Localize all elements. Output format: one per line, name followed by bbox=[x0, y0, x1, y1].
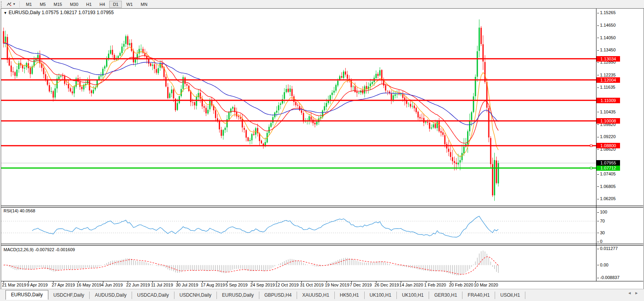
timeframe-button-h1[interactable]: H1 bbox=[83, 1, 95, 8]
price-chart-plot[interactable] bbox=[1, 9, 596, 206]
candle-body bbox=[352, 86, 354, 87]
date-label: 31 Oct 2019 bbox=[300, 283, 323, 287]
candle-body bbox=[121, 47, 123, 53]
candle-body bbox=[131, 43, 132, 51]
candle-body bbox=[154, 64, 155, 69]
tab-audusd-daily[interactable]: AUDUSD,Daily bbox=[90, 292, 132, 299]
candle-body bbox=[330, 95, 331, 100]
candle-body bbox=[207, 110, 209, 113]
macd-axis[interactable]: 0.0112770.00-0.008837 bbox=[596, 246, 643, 281]
candle-body bbox=[49, 85, 50, 91]
candle-body bbox=[452, 157, 453, 161]
tick-mark bbox=[597, 233, 599, 233]
toolbar-separator bbox=[19, 1, 20, 7]
date-axis[interactable]: 21 Mar 20199 Apr 201927 Apr 201916 May 2… bbox=[1, 281, 643, 288]
line-drag-handle[interactable] bbox=[590, 167, 592, 169]
date-label: 20 Feb 2020 bbox=[449, 283, 473, 287]
support-line[interactable] bbox=[1, 168, 596, 169]
tab-uk100-h1[interactable]: UK100,H1 bbox=[365, 292, 397, 299]
candle-body bbox=[437, 122, 438, 128]
candle-body bbox=[209, 100, 210, 109]
timeframe-button-h4[interactable]: H4 bbox=[96, 1, 108, 8]
resistance-line[interactable] bbox=[1, 79, 596, 80]
candle-body bbox=[135, 60, 136, 63]
chart-tab-bar: EURUSD,DailyUSDCHF,DailyAUDUSD,DailyUSDC… bbox=[0, 289, 644, 300]
symbol-dropdown-icon[interactable]: ▼ bbox=[4, 11, 7, 15]
timeframe-button-mn[interactable]: MN bbox=[137, 1, 151, 8]
tab-eurusd-daily[interactable]: EURUSD,Daily bbox=[217, 292, 259, 299]
tab-gbpusd-h4[interactable]: GBPUSD,H4 bbox=[259, 292, 297, 299]
candle-body bbox=[427, 122, 428, 123]
candle-body bbox=[410, 104, 411, 107]
tab-eurusd-daily[interactable]: EURUSD,Daily bbox=[6, 290, 48, 300]
cursor-glyph bbox=[6, 2, 12, 7]
crosshair-cursor-icon[interactable]: ▼ bbox=[5, 1, 17, 7]
line-drag-handle[interactable] bbox=[590, 145, 592, 147]
price-axis-tick: 1.06805 bbox=[597, 184, 616, 189]
date-label: 14 Jan 2020 bbox=[399, 283, 423, 287]
candle-body bbox=[326, 103, 327, 107]
candle-body bbox=[488, 108, 489, 138]
tick-mark bbox=[597, 137, 599, 137]
candle-body bbox=[72, 91, 73, 93]
candle-body bbox=[314, 123, 316, 124]
tab-usdcad-daily[interactable]: USDCAD,Daily bbox=[132, 292, 174, 299]
candle-body bbox=[152, 65, 153, 66]
resistance-line[interactable] bbox=[1, 145, 596, 146]
candle-body bbox=[68, 84, 69, 88]
tab-scroll-arrows[interactable]: ◄► bbox=[627, 291, 642, 295]
candle-body bbox=[419, 117, 420, 119]
candle-body bbox=[104, 66, 105, 69]
toolbar-grip[interactable] bbox=[1, 1, 4, 7]
tick-mark bbox=[597, 249, 599, 249]
candle-body bbox=[186, 84, 187, 86]
candle-body bbox=[119, 53, 121, 56]
candle-body bbox=[112, 50, 113, 55]
candle-body bbox=[240, 117, 241, 119]
candle-body bbox=[22, 65, 23, 68]
timeframe-button-m5[interactable]: M5 bbox=[36, 1, 49, 8]
candle-body bbox=[396, 94, 398, 95]
resistance-line[interactable] bbox=[1, 100, 596, 101]
tab-usoil-h1[interactable]: USOil,H1 bbox=[495, 292, 525, 299]
candle-body bbox=[469, 120, 470, 131]
timeframe-button-w1[interactable]: W1 bbox=[123, 1, 136, 8]
rsi-axis[interactable]: 10070300 bbox=[596, 208, 643, 244]
tab-scroll-left-icon[interactable]: ◄ bbox=[627, 291, 635, 295]
candle-body bbox=[494, 160, 495, 195]
timeframe-buttons: M1M5M15M30H1H4D1W1MN bbox=[22, 1, 151, 8]
line-price-label: 1.08800 bbox=[596, 143, 620, 148]
tab-hk50-h1[interactable]: HK50,H1 bbox=[335, 292, 365, 299]
timeframe-button-m1[interactable]: M1 bbox=[22, 1, 35, 8]
price-axis[interactable]: 1.152651.146501.140501.134501.128501.122… bbox=[596, 9, 643, 206]
timeframe-button-m15[interactable]: M15 bbox=[50, 1, 65, 8]
candle-body bbox=[481, 28, 482, 44]
tab-fra40-h1[interactable]: FRA40,H1 bbox=[462, 292, 495, 299]
tab-scroll-right-icon[interactable]: ► bbox=[635, 291, 642, 295]
tab-ger30-h1[interactable]: GER30,H1 bbox=[429, 292, 462, 299]
macd-indicator-plot[interactable] bbox=[1, 246, 596, 281]
timeframe-button-m30[interactable]: M30 bbox=[66, 1, 82, 8]
date-label: 5 Sep 2019 bbox=[226, 283, 248, 287]
macd-axis-tick: 0.011277 bbox=[597, 246, 618, 251]
candle-body bbox=[223, 130, 224, 136]
candle-body bbox=[232, 107, 233, 109]
candle-body bbox=[496, 161, 497, 183]
tab-usdcnh-daily[interactable]: USDCNH,Daily bbox=[174, 292, 217, 299]
panel-splitter[interactable] bbox=[1, 244, 643, 246]
date-label: 17 Aug 2019 bbox=[201, 283, 225, 287]
rsi-indicator-plot[interactable] bbox=[1, 208, 596, 244]
candle-body bbox=[484, 62, 486, 82]
resistance-line[interactable] bbox=[1, 58, 596, 59]
resistance-line[interactable] bbox=[1, 120, 596, 122]
candle-body bbox=[139, 49, 140, 54]
tick-mark bbox=[597, 112, 599, 112]
tab-usdchf-daily[interactable]: USDCHF,Daily bbox=[48, 292, 90, 299]
tab-xauusd-h1[interactable]: XAUUSD,H1 bbox=[297, 292, 335, 299]
date-label: 30 Jul 2019 bbox=[176, 283, 198, 287]
tab-uk100-h1[interactable]: UK100,H1 bbox=[397, 292, 429, 299]
line-price-label: 1.13034 bbox=[596, 56, 620, 62]
tick-mark bbox=[597, 13, 599, 13]
candle-body bbox=[182, 77, 183, 89]
timeframe-button-d1[interactable]: D1 bbox=[109, 1, 122, 8]
